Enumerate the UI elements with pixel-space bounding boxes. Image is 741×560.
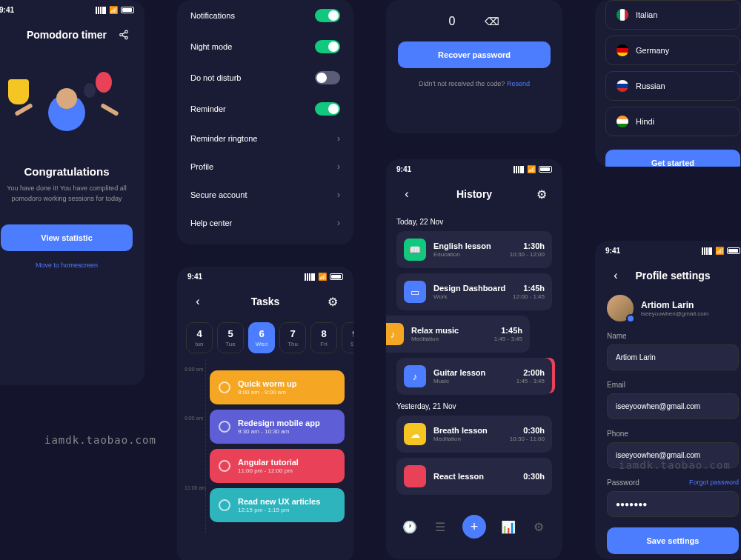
- history-title: React lesson: [433, 472, 516, 481]
- toggle[interactable]: [315, 9, 340, 22]
- language-option[interactable]: Germany: [605, 36, 740, 65]
- password-input[interactable]: [607, 491, 739, 517]
- task-checkbox[interactable]: [219, 421, 230, 433]
- code-value: 0: [449, 15, 456, 28]
- history-category: Work: [433, 293, 505, 300]
- setting-label: Help center: [190, 219, 232, 227]
- language-name: Italian: [636, 10, 657, 19]
- flag-icon: [617, 116, 628, 127]
- toggle[interactable]: [315, 102, 340, 116]
- email-input[interactable]: [607, 393, 739, 419]
- history-card[interactable]: ☁ Breath lessonMeditation 0:30h10:30 - 1…: [396, 416, 552, 453]
- task-title: Angular tutorial: [238, 458, 299, 467]
- resend-link[interactable]: Resend: [507, 80, 530, 87]
- history-range: 10:30 - 11:00: [510, 436, 545, 442]
- task-title: Redesign mobile app: [238, 419, 320, 427]
- get-started-button[interactable]: Get started: [605, 150, 740, 167]
- task-card[interactable]: Redesign mobile app9:30 am - 10:30 am: [210, 410, 345, 444]
- history-title: Relax music: [411, 326, 487, 335]
- history-icon: ♪: [404, 365, 426, 387]
- language-option[interactable]: Italian: [605, 0, 740, 30]
- move-homescreen-link[interactable]: Move to homescreen: [1, 261, 133, 269]
- tab-bar: 🕐 ☰ + 📊 ⚙: [177, 237, 353, 244]
- language-name: Hindi: [636, 117, 654, 126]
- name-input[interactable]: [607, 344, 739, 370]
- language-option[interactable]: Russian: [605, 71, 740, 101]
- tab-bar: 🕐 ☰ + 📊 ⚙: [386, 504, 562, 549]
- chevron-right-icon: ›: [337, 133, 340, 144]
- history-card[interactable]: React lesson 0:30h: [396, 458, 552, 495]
- language-option[interactable]: Hindi: [605, 107, 740, 136]
- setting-row[interactable]: Secure account›: [177, 181, 353, 209]
- history-duration: 1:45h: [494, 326, 522, 335]
- setting-row[interactable]: Profile›: [177, 153, 353, 181]
- setting-row[interactable]: Help center›: [177, 209, 353, 237]
- status-time: 9:41: [187, 273, 202, 281]
- forgot-password-link[interactable]: Forgot password: [689, 479, 739, 491]
- setting-label: Night mode: [190, 42, 232, 51]
- task-card[interactable]: Read new UX articles12:15 pm - 1:15 pm: [210, 488, 345, 522]
- save-settings-button[interactable]: Save settings: [607, 527, 739, 554]
- tab-stats-icon[interactable]: 📊: [501, 519, 516, 534]
- day-chip[interactable]: 4ton: [186, 322, 213, 353]
- back-icon[interactable]: ‹: [190, 294, 205, 309]
- history-card[interactable]: ♪ Guitar lessonMusic 2:00h1:45 - 3:45: [396, 358, 552, 395]
- status-time: 9:41: [396, 165, 411, 173]
- congrats-msg: You have done it! You have complited all…: [1, 184, 133, 204]
- recover-password-button[interactable]: Recover password: [398, 41, 551, 68]
- add-button[interactable]: +: [462, 515, 486, 539]
- settings-icon[interactable]: ⚙: [534, 187, 549, 201]
- setting-label: Secure account: [190, 190, 247, 199]
- history-icon: ♪: [386, 323, 404, 345]
- day-name: Wed: [252, 341, 271, 347]
- view-statistic-button[interactable]: View statistic: [1, 224, 133, 251]
- history-category: Meditation: [433, 436, 502, 442]
- back-icon[interactable]: ‹: [399, 187, 414, 201]
- history-card[interactable]: ▭ Design DashboardWork 1:45h12:00 - 1:45: [396, 273, 552, 310]
- setting-row[interactable]: Reminder: [177, 93, 353, 124]
- setting-row[interactable]: Do not disturb: [177, 62, 353, 93]
- history-title: Design Dashboard: [433, 284, 505, 293]
- day-chip[interactable]: 9Sat: [342, 322, 353, 353]
- backspace-icon[interactable]: ⌫: [485, 16, 499, 27]
- page-title: Pomodoro timer: [27, 29, 107, 41]
- celebration-illustration: [1, 57, 133, 153]
- day-chip[interactable]: 6Wed: [248, 322, 275, 353]
- chevron-right-icon: ›: [337, 218, 340, 228]
- tab-clock-icon[interactable]: 🕐: [402, 519, 417, 534]
- setting-label: Reminder ringtone: [190, 134, 258, 143]
- toggle[interactable]: [315, 40, 340, 53]
- tab-settings-icon[interactable]: ⚙: [531, 519, 546, 534]
- day-name: Fri: [314, 341, 333, 347]
- day-chip[interactable]: 5Tue: [217, 322, 244, 353]
- day-chip[interactable]: 8Fri: [310, 322, 337, 353]
- setting-row[interactable]: Reminder ringtone›: [177, 124, 353, 153]
- tab-list-icon[interactable]: ☰: [433, 519, 448, 534]
- history-icon: 📖: [404, 239, 426, 261]
- history-title: Breath lesson: [433, 426, 502, 435]
- task-card[interactable]: Angular tutorial11:00 pm - 12:00 pm: [210, 449, 345, 483]
- day-number: 8: [314, 328, 333, 339]
- setting-row[interactable]: Notifications: [177, 0, 353, 31]
- email-label: Email: [607, 381, 739, 389]
- congrats-title: Congratulations: [1, 165, 133, 178]
- settings-icon[interactable]: ⚙: [325, 294, 340, 309]
- history-card[interactable]: ♪ Relax musicMeditation 1:45h1:45 - 3:45: [386, 316, 530, 353]
- share-icon[interactable]: [116, 27, 131, 42]
- history-category: Meditation: [411, 336, 487, 342]
- status-icons: 📶: [702, 247, 740, 255]
- task-card[interactable]: Quick worm up8:00 am - 9:00 am: [210, 370, 345, 404]
- day-chip[interactable]: 7Thu: [279, 322, 306, 353]
- watermark: iamdk.taobao.com: [619, 459, 731, 471]
- setting-row[interactable]: Night mode: [177, 31, 353, 62]
- history-duration: 0:30h: [510, 426, 545, 435]
- task-checkbox[interactable]: [219, 460, 230, 472]
- back-icon[interactable]: ‹: [608, 268, 623, 283]
- task-checkbox[interactable]: [219, 499, 230, 511]
- toggle[interactable]: [315, 71, 340, 84]
- task-checkbox[interactable]: [219, 381, 230, 393]
- history-card[interactable]: 📖 English lessonEducation 1:30h10:30 - 1…: [396, 231, 552, 268]
- day-number: 9: [345, 328, 353, 339]
- history-icon: ☁: [404, 423, 426, 445]
- day-name: Thu: [283, 341, 302, 347]
